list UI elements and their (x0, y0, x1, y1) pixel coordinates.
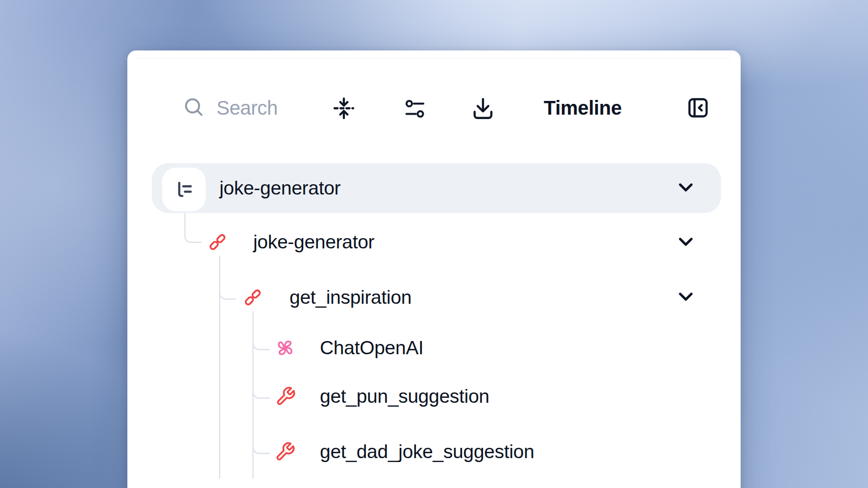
chevron-down-icon (675, 176, 697, 198)
tree-structure-icon (173, 179, 195, 200)
tree-row-get-dad-joke-suggestion[interactable]: get_dad_joke_suggestion (268, 434, 700, 469)
search-icon (182, 96, 205, 118)
desktop-background: { "toolbar": { "search": { "label": "Sea… (0, 0, 868, 488)
download-icon (471, 96, 495, 121)
filter-sliders-button[interactable] (404, 98, 426, 120)
tree-connector-branch-pun (252, 374, 270, 399)
tree-row-label: get_inspiration (289, 287, 411, 308)
tree-row-label: ChatOpenAI (320, 337, 424, 359)
tree-connector-branch-l2 (219, 275, 236, 300)
chevron-down-icon (675, 230, 697, 253)
tree-row-label: joke-generator (219, 177, 340, 199)
row-expand-toggle[interactable] (675, 285, 697, 308)
row-expand-toggle[interactable] (675, 230, 697, 253)
search-control[interactable]: Search (180, 95, 327, 122)
tree-row-joke-generator-chain[interactable]: joke-generator (201, 224, 700, 260)
trace-viewer-card: Search Timeline (127, 50, 741, 488)
card-top-divider (138, 58, 730, 59)
filter-sliders-icon (404, 98, 426, 120)
tree-connector-branch-chatopenai (252, 325, 270, 350)
timeline-toggle[interactable]: Timeline (544, 97, 622, 119)
collapse-all-button[interactable] (331, 96, 357, 121)
tree-connector-root (184, 213, 201, 243)
wrench-icon (275, 386, 296, 407)
chain-link-icon (207, 232, 228, 252)
chevron-down-icon (675, 285, 697, 308)
root-icon-badge (162, 168, 206, 211)
search-placeholder: Search (217, 97, 278, 119)
chain-link-icon (242, 287, 263, 308)
tree-row-chatopenai[interactable]: ChatOpenAI (268, 330, 700, 366)
collapse-panel-icon (686, 95, 710, 121)
tree-row-label: joke-generator (253, 231, 374, 253)
collapse-panel-button[interactable] (686, 95, 710, 121)
tree-connector-branch-dadjoke (252, 429, 270, 454)
pinwheel-icon (275, 338, 295, 358)
tree-row-get-inspiration[interactable]: get_inspiration (236, 280, 700, 315)
tree-row-label: get_pun_suggestion (320, 386, 489, 407)
tree-row-label: get_dad_joke_suggestion (320, 441, 534, 463)
download-button[interactable] (471, 96, 495, 121)
tree-row-get-pun-suggestion[interactable]: get_pun_suggestion (268, 379, 700, 414)
row-expand-toggle[interactable] (675, 176, 697, 198)
wrench-icon (275, 441, 295, 462)
collapse-all-icon (331, 96, 357, 121)
